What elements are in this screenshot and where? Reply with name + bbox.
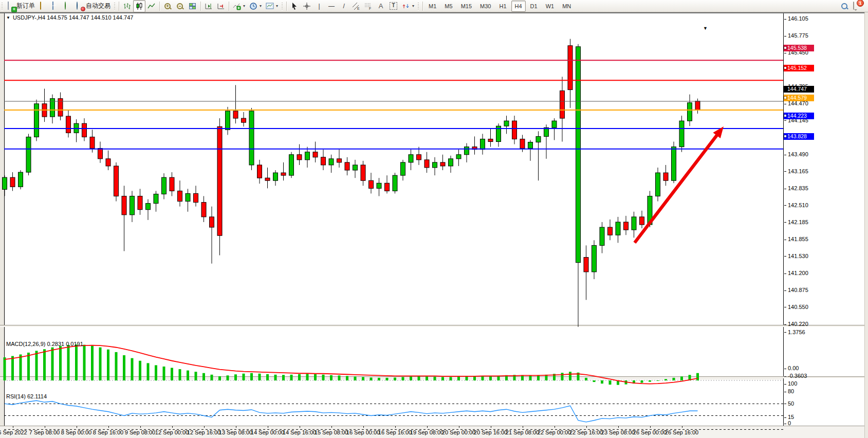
new-order-label: 新订单: [16, 2, 35, 10]
periods-button[interactable]: ▾: [247, 0, 264, 12]
window-right-edge: [864, 12, 868, 438]
price-level-tag: 143.828: [784, 133, 814, 140]
chart-title: ▼ USDJPY-,H4 144.575 144.747 144.510 144…: [6, 14, 133, 21]
vertical-line-tool-button[interactable]: |: [313, 0, 325, 12]
macd-chart-svg[interactable]: [4, 339, 783, 391]
zoom-out-button[interactable]: −: [174, 0, 186, 12]
price-level-tag: 144.579: [784, 95, 814, 101]
trendline-tool-button[interactable]: /: [338, 0, 350, 12]
price-axis-border: [783, 13, 784, 426]
text-label-icon: T: [390, 2, 397, 10]
toolbar: 新订单 自动交易: [0, 0, 868, 12]
equidistant-channel-icon: E: [352, 2, 360, 10]
chart-menu-triangle-icon[interactable]: ▼: [6, 15, 10, 20]
chart-window: 6 Sep 20227 Sep 08:008 Sep 00:008 Sep 16…: [0, 12, 868, 438]
chart-title-text: USDJPY-,H4 144.575 144.747 144.510 144.7…: [13, 14, 133, 21]
cursor-tool-button[interactable]: [288, 0, 301, 12]
profiles-icon: [39, 2, 47, 10]
auto-trading-label: 自动交易: [86, 2, 110, 10]
timeframe-button-d1[interactable]: D1: [527, 1, 541, 12]
price-tick-label: 142.185: [784, 219, 808, 225]
candlestick-mode-button[interactable]: [133, 0, 145, 12]
line-chart-mode-button[interactable]: [145, 0, 158, 12]
rsi-tick-label: 15: [784, 414, 794, 420]
text-A-icon: A: [377, 2, 385, 10]
timeframe-button-m30[interactable]: M30: [476, 1, 494, 12]
strategy-tester-button[interactable]: [62, 0, 74, 12]
timeframe-button-h1[interactable]: H1: [495, 1, 510, 12]
toolbar-grip[interactable]: [281, 2, 284, 10]
toolbar-grip[interactable]: [1, 2, 4, 10]
data-window-icon: [51, 2, 60, 10]
price-tick-label: 144.470: [784, 100, 808, 106]
templates-button[interactable]: ▾: [264, 0, 280, 12]
bar-chart-mode-button[interactable]: [121, 0, 133, 12]
price-tick-label: 143.490: [784, 151, 808, 157]
price-tick-label: 141.200: [784, 270, 808, 276]
arrows-shapes-icon: [402, 2, 410, 10]
timeframe-button-m15[interactable]: M15: [457, 1, 475, 12]
zoom-in-icon: +: [164, 3, 171, 10]
price-level-tag: 145.152: [784, 65, 814, 71]
text-label-tool-button[interactable]: T: [387, 0, 400, 12]
rsi-chart-svg[interactable]: [4, 392, 783, 438]
text-tool-button[interactable]: A: [375, 0, 387, 12]
notifications-button[interactable]: 1: [851, 0, 863, 12]
fibonacci-tool-button[interactable]: F: [362, 0, 375, 12]
toolbar-grip[interactable]: [417, 2, 420, 10]
toolbar-grip[interactable]: [114, 2, 116, 10]
chart-shift-button[interactable]: [215, 0, 227, 12]
chat-bubble-icon: 1: [853, 2, 861, 10]
price-tick-label: 143.165: [784, 168, 808, 174]
auto-scroll-icon: [205, 2, 213, 10]
svg-text:F: F: [369, 7, 371, 10]
templates-icon: [266, 2, 274, 10]
profiles-button[interactable]: [37, 0, 49, 12]
macd-tick-label: 1.3756: [784, 329, 805, 335]
crosshair-tool-button[interactable]: [301, 0, 313, 12]
notification-badge: 1: [857, 0, 864, 7]
rsi-tick-label: 0: [784, 420, 791, 426]
channel-tool-button[interactable]: E: [350, 0, 362, 12]
fibonacci-icon: F: [364, 2, 373, 10]
dropdown-arrow-icon: ▾: [260, 4, 262, 8]
price-tick-label: 142.510: [784, 202, 808, 208]
timeframe-button-mn[interactable]: MN: [559, 1, 575, 12]
price-tick-label: 142.835: [784, 185, 808, 191]
tile-windows-icon: [189, 3, 196, 9]
crosshair-icon: [303, 2, 311, 10]
macd-tick-label: -0.3603: [784, 373, 807, 379]
dropdown-arrow-icon: ▾: [243, 4, 245, 8]
auto-trading-button[interactable]: 自动交易: [74, 0, 113, 12]
trendline-icon: /: [340, 2, 348, 10]
macd-tick-label: 0.00: [784, 365, 799, 371]
candlestick-icon: [135, 2, 143, 10]
timeframe-button-h4[interactable]: H4: [511, 1, 526, 12]
vertical-line-icon: |: [315, 2, 323, 10]
zoom-in-button[interactable]: +: [161, 0, 174, 12]
price-level-tag: 144.747: [784, 86, 814, 93]
arrows-tool-button[interactable]: ▾: [400, 0, 416, 12]
search-button[interactable]: [838, 0, 851, 12]
timeframe-button-w1[interactable]: W1: [542, 1, 558, 12]
timeframe-button-m1[interactable]: M1: [425, 1, 440, 12]
signal-orb-icon: [64, 2, 72, 10]
horizontal-line-tool-button[interactable]: —: [325, 0, 338, 12]
new-order-button[interactable]: 新订单: [5, 0, 37, 12]
price-tick-label: 141.530: [784, 253, 808, 259]
data-window-button[interactable]: [49, 0, 62, 12]
price-level-tag: 145.538: [784, 45, 814, 51]
auto-trading-globe-icon: [76, 2, 84, 10]
timeframe-group: M1M5M15M30H1H4D1W1MN: [424, 1, 575, 12]
dropdown-arrow-icon: ▾: [412, 4, 414, 8]
horizontal-line-icon: —: [327, 2, 336, 10]
rsi-tick-label: 50: [784, 400, 794, 407]
bar-chart-icon: [123, 2, 131, 10]
main-chart-svg[interactable]: [4, 26, 783, 339]
auto-scroll-button[interactable]: [202, 0, 215, 12]
svg-text:E: E: [357, 7, 360, 10]
timeframe-button-m5[interactable]: M5: [441, 1, 456, 12]
add-indicator-button[interactable]: ▾: [231, 0, 247, 12]
price-level-tag: 144.223: [784, 113, 814, 119]
tile-windows-button[interactable]: [186, 0, 199, 12]
